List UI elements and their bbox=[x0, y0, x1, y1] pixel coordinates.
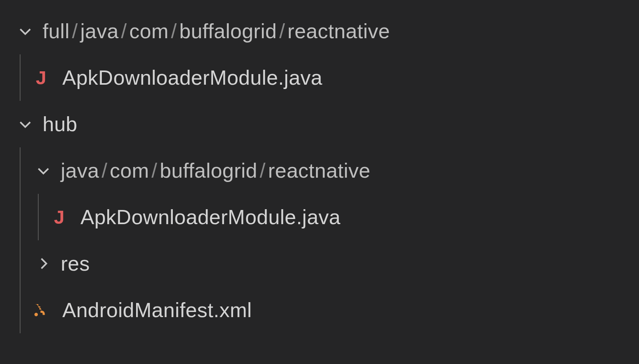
folder-label: hub bbox=[43, 112, 77, 136]
xml-file-icon bbox=[32, 299, 50, 321]
file-name-label: ApkDownloaderModule.java bbox=[80, 205, 341, 229]
file-name-label: ApkDownloaderModule.java bbox=[62, 66, 323, 89]
folder-row-full-path[interactable]: full/java/com/buffalogrid/reactnative bbox=[0, 8, 639, 54]
chevron-right-icon bbox=[35, 255, 52, 272]
java-file-icon: J bbox=[50, 206, 68, 228]
folder-label: res bbox=[61, 252, 90, 275]
chevron-down-icon bbox=[35, 162, 52, 179]
file-name-label: AndroidManifest.xml bbox=[62, 298, 252, 322]
file-row-android-manifest[interactable]: AndroidManifest.xml bbox=[0, 287, 639, 333]
file-row-apk-downloader-1[interactable]: J ApkDownloaderModule.java bbox=[0, 54, 639, 101]
java-file-icon: J bbox=[32, 67, 50, 89]
folder-path-label: java/com/buffalogrid/reactnative bbox=[61, 159, 370, 182]
chevron-down-icon bbox=[17, 22, 34, 40]
file-row-apk-downloader-2[interactable]: J ApkDownloaderModule.java bbox=[0, 194, 639, 240]
folder-row-hub[interactable]: hub bbox=[0, 101, 639, 147]
file-tree: full/java/com/buffalogrid/reactnative J … bbox=[0, 8, 639, 333]
folder-row-res[interactable]: res bbox=[0, 240, 639, 287]
folder-path-label: full/java/com/buffalogrid/reactnative bbox=[43, 19, 390, 43]
chevron-down-icon bbox=[17, 115, 34, 133]
folder-row-java-path[interactable]: java/com/buffalogrid/reactnative bbox=[0, 147, 639, 194]
